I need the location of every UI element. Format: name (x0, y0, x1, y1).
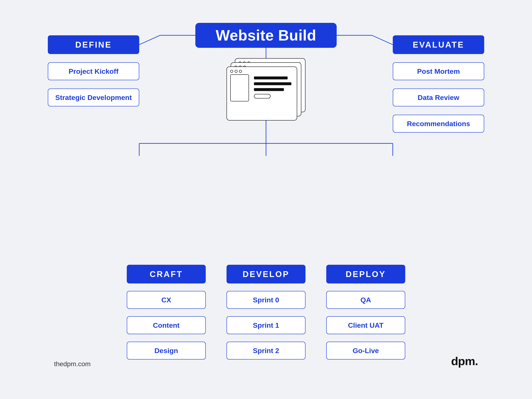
browser-dot (235, 70, 238, 73)
develop-item-3: Sprint 2 (227, 342, 305, 360)
define-item-2: Strategic Development (48, 89, 139, 106)
svg-line-1 (139, 35, 160, 45)
craft-item-2: Content (127, 316, 206, 334)
develop-column: DEVELOP Sprint 0 Sprint 1 Sprint 2 (227, 265, 305, 360)
deploy-header: DEPLOY (326, 265, 405, 284)
footer-url: thedpm.com (54, 360, 91, 368)
browser-line (254, 76, 288, 79)
browser-card-front (227, 66, 297, 120)
bottom-section: CRAFT CX Content Design DEVELOP Sprint 0… (127, 265, 405, 360)
develop-item-1: Sprint 0 (227, 291, 305, 309)
evaluate-item-2: Data Review (393, 89, 484, 106)
browser-line (254, 82, 291, 85)
browser-content-lines (252, 74, 293, 101)
deploy-item-1: QA (326, 291, 405, 309)
root-node: Website Build (195, 23, 337, 48)
deploy-item-2: Client UAT (326, 316, 405, 334)
evaluate-item-1: Post Mortem (393, 62, 484, 80)
browser-dot (239, 70, 242, 73)
develop-item-2: Sprint 1 (227, 316, 305, 334)
evaluate-column: EVALUATE Post Mortem Data Review Recomme… (393, 35, 484, 133)
svg-line-3 (372, 35, 393, 45)
browser-dot (230, 70, 233, 73)
evaluate-header: EVALUATE (393, 35, 484, 54)
define-header: DEFINE (48, 35, 139, 54)
browser-line (254, 88, 284, 91)
evaluate-item-3: Recommendations (393, 115, 484, 133)
develop-header: DEVELOP (227, 265, 305, 284)
define-column: DEFINE Project Kickoff Strategic Develop… (48, 35, 139, 106)
root-title: Website Build (216, 27, 316, 44)
deploy-column: DEPLOY QA Client UAT Go-Live (326, 265, 405, 360)
craft-item-1: CX (127, 291, 206, 309)
craft-item-3: Design (127, 342, 206, 360)
diagram: Website Build DEFINE Project Kickoff Str… (38, 23, 494, 376)
define-item-1: Project Kickoff (48, 62, 139, 80)
craft-column: CRAFT CX Content Design (127, 265, 206, 360)
browser-button (254, 94, 271, 99)
deploy-item-3: Go-Live (326, 342, 405, 360)
browser-illustration (227, 58, 305, 120)
craft-header: CRAFT (127, 265, 206, 284)
browser-sidebar (230, 74, 249, 101)
footer-brand: dpm. (451, 354, 478, 368)
